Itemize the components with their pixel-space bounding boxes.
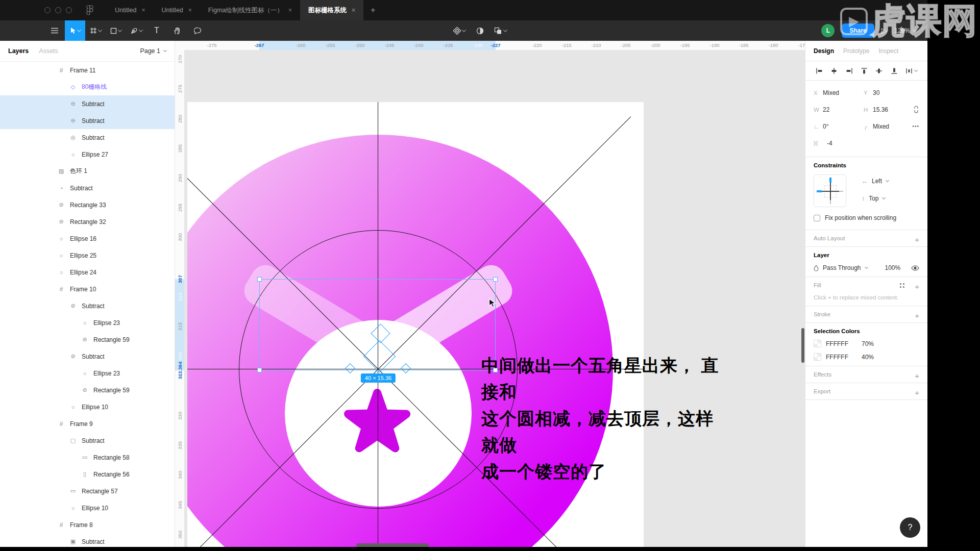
- boolean-ops-chevron-icon[interactable]: [503, 28, 507, 32]
- layer-row-subtract[interactable]: ⊖Subtract: [0, 95, 175, 112]
- user-avatar[interactable]: L: [821, 24, 835, 37]
- color-opacity-value[interactable]: 40%: [862, 354, 874, 361]
- layer-row-rectangle-59[interactable]: ⊘Rectangle 59: [0, 382, 175, 398]
- boolean-ops-button[interactable]: [490, 20, 510, 41]
- layer-row-subtract[interactable]: ⊘Subtract: [0, 297, 175, 314]
- tab-design[interactable]: Design: [814, 47, 834, 55]
- tab-layers[interactable]: Layers: [8, 47, 29, 55]
- layer-opacity-input[interactable]: 100%: [885, 264, 901, 271]
- document-tab-0[interactable]: Untitled×: [107, 0, 153, 20]
- align-right-icon[interactable]: [846, 67, 853, 74]
- vertical-constraint-select[interactable]: ↕Top: [862, 195, 885, 202]
- component-tool-chevron-icon[interactable]: [462, 28, 466, 32]
- color-swatch-icon[interactable]: [814, 340, 821, 347]
- move-tool-button[interactable]: [65, 20, 85, 41]
- close-tab-icon[interactable]: ×: [141, 7, 145, 14]
- layer-row-frame-9[interactable]: #Frame 9: [0, 415, 175, 432]
- comment-tool-button[interactable]: [187, 20, 208, 41]
- layer-row-ellipse-25[interactable]: ○Ellipse 25: [0, 247, 175, 264]
- add-export-button[interactable]: +: [915, 388, 919, 397]
- close-tab-icon[interactable]: ×: [288, 7, 292, 14]
- align-left-icon[interactable]: [816, 67, 823, 74]
- layer-row-subtract[interactable]: ⊘Subtract: [0, 348, 175, 365]
- color-opacity-value[interactable]: 70%: [862, 340, 874, 347]
- selection-handle-bottom-left[interactable]: [257, 368, 262, 372]
- layer-row-ellipse-10[interactable]: ○Ellipse 10: [0, 499, 175, 516]
- window-controls[interactable]: [44, 7, 72, 13]
- selection-color-row-1[interactable]: FFFFFF40%: [814, 353, 919, 361]
- constraint-bottom-tick[interactable]: [830, 200, 831, 204]
- hand-tool-button[interactable]: [167, 20, 187, 41]
- component-tool-button[interactable]: [449, 20, 470, 41]
- minimize-window-icon[interactable]: [55, 7, 61, 13]
- align-bottom-icon[interactable]: [891, 67, 898, 74]
- main-menu-button[interactable]: [44, 20, 65, 41]
- constrain-proportions-icon[interactable]: [913, 106, 919, 113]
- frame-tool-chevron-icon[interactable]: [97, 28, 102, 32]
- more-options-button[interactable]: •••: [912, 123, 919, 129]
- selection-handle-top-left[interactable]: [257, 277, 262, 282]
- horizontal-scrollbar-thumb[interactable]: [356, 543, 429, 547]
- maximize-window-icon[interactable]: [66, 7, 72, 13]
- share-button[interactable]: Share: [842, 23, 874, 38]
- constraint-left-tick[interactable]: [817, 190, 822, 192]
- page-selector[interactable]: Page 1: [140, 47, 166, 55]
- layer-row-rectangle-32[interactable]: ⊘Rectangle 32: [0, 213, 175, 230]
- layer-row-ellipse-27[interactable]: ○Ellipse 27: [0, 146, 175, 163]
- pen-tool-button[interactable]: [126, 20, 146, 41]
- height-input[interactable]: 15.36: [873, 106, 904, 113]
- horizontal-constraint-select[interactable]: ↔Left: [862, 178, 889, 185]
- y-input[interactable]: 30: [873, 89, 904, 96]
- x-input[interactable]: Mixed: [823, 89, 854, 96]
- align-v-center-icon[interactable]: [875, 67, 883, 74]
- layer-row-ellipse-16[interactable]: ○Ellipse 16: [0, 230, 175, 247]
- align-h-center-icon[interactable]: [830, 67, 838, 74]
- shape-tool-chevron-icon[interactable]: [118, 28, 122, 32]
- layer-row-ellipse-23[interactable]: ○Ellipse 23: [0, 314, 175, 331]
- add-auto-layout-button[interactable]: +: [915, 235, 919, 244]
- pen-tool-chevron-icon[interactable]: [139, 28, 143, 32]
- close-tab-icon[interactable]: ×: [352, 7, 355, 14]
- canvas[interactable]: 40 × 15.36 中间做出一个五角星出来， 直接和 这个圆相减，减去顶层，这…: [175, 41, 805, 547]
- tab-inspect[interactable]: Inspect: [878, 47, 898, 55]
- layer-row-subtract[interactable]: ▢Subtract: [0, 432, 175, 449]
- layer-row-frame-11[interactable]: #Frame 11: [0, 62, 175, 79]
- zoom-level-control[interactable]: 126%: [894, 27, 916, 34]
- fill-styles-icon[interactable]: [900, 283, 905, 288]
- add-effect-button[interactable]: +: [915, 371, 919, 380]
- constraint-right-tick[interactable]: [839, 191, 843, 192]
- shape-tool-button[interactable]: [106, 20, 126, 41]
- move-tool-chevron-icon[interactable]: [77, 28, 81, 32]
- layer-row-ellipse-24[interactable]: ○Ellipse 24: [0, 264, 175, 281]
- layer-row-subtract[interactable]: ◔Subtract: [0, 180, 175, 196]
- align-top-icon[interactable]: [861, 67, 868, 74]
- layer-row-subtract[interactable]: ▣Subtract: [0, 533, 175, 547]
- frame-tool-button[interactable]: [85, 20, 106, 41]
- rotation-input[interactable]: 0°: [823, 123, 854, 130]
- zoom-chevron-icon[interactable]: [913, 28, 917, 32]
- tab-assets[interactable]: Assets: [39, 47, 58, 55]
- new-tab-button[interactable]: +: [363, 6, 382, 15]
- layer-row-色环-1[interactable]: ▨色环 1: [0, 163, 175, 180]
- tab-prototype[interactable]: Prototype: [843, 47, 869, 55]
- fix-position-row[interactable]: Fix position when scrolling: [814, 214, 919, 221]
- close-window-icon[interactable]: [44, 7, 51, 13]
- selection-color-row-0[interactable]: FFFFFF70%: [814, 340, 919, 347]
- layer-row-subtract[interactable]: ⊖Subtract: [0, 112, 175, 129]
- document-tab-3[interactable]: 图标栅格系统×: [300, 0, 363, 20]
- mask-tool-button[interactable]: [470, 20, 490, 41]
- layer-visibility-eye-icon[interactable]: [911, 265, 919, 271]
- corner-radius-input[interactable]: Mixed: [873, 123, 904, 130]
- layer-row-rectangle-57[interactable]: ▭Rectangle 57: [0, 483, 175, 499]
- close-tab-icon[interactable]: ×: [188, 7, 192, 14]
- help-button[interactable]: ?: [900, 517, 920, 538]
- distribute-icon[interactable]: [905, 67, 917, 74]
- blend-mode-select[interactable]: Pass Through: [823, 264, 861, 271]
- text-tool-button[interactable]: T: [146, 20, 167, 41]
- width-input[interactable]: 22: [823, 106, 854, 113]
- document-tab-2[interactable]: Figma绘制线性图标（一）×: [200, 0, 300, 20]
- color-swatch-icon[interactable]: [814, 353, 821, 361]
- layer-row-ellipse-23[interactable]: ○Ellipse 23: [0, 365, 175, 382]
- selection-handle-top-right[interactable]: [493, 277, 498, 282]
- constraints-widget[interactable]: [814, 174, 846, 207]
